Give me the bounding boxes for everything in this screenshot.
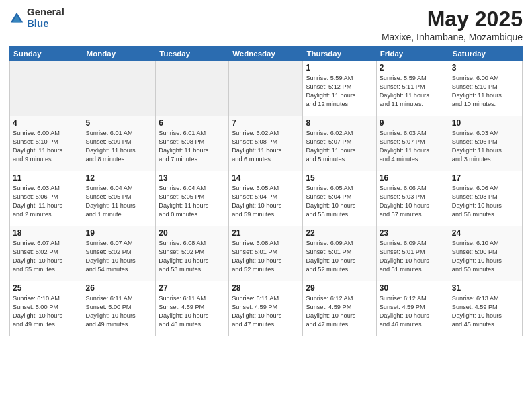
weekday-header-sunday: Sunday [10,47,83,61]
day-info: Sunrise: 6:09 AM Sunset: 5:01 PM Dayligh… [380,239,446,274]
week-row-2: 4Sunrise: 6:00 AM Sunset: 5:10 PM Daylig… [10,116,523,171]
day-cell-6: 6Sunrise: 6:01 AM Sunset: 5:08 PM Daylig… [156,116,229,171]
day-number: 2 [380,63,446,73]
day-number: 27 [159,283,226,293]
day-cell-23: 23Sunrise: 6:09 AM Sunset: 5:01 PM Dayli… [376,226,449,281]
logo-icon [9,11,24,26]
day-info: Sunrise: 6:05 AM Sunset: 5:04 PM Dayligh… [232,184,300,219]
day-number: 28 [232,283,300,293]
day-info: Sunrise: 5:59 AM Sunset: 5:11 PM Dayligh… [380,74,446,109]
weekday-header-monday: Monday [83,47,156,61]
day-cell-21: 21Sunrise: 6:08 AM Sunset: 5:01 PM Dayli… [229,226,303,281]
day-number: 7 [232,118,300,128]
day-number: 29 [306,283,373,293]
day-cell-17: 17Sunrise: 6:06 AM Sunset: 5:03 PM Dayli… [449,171,522,226]
logo-general: General [27,7,64,18]
empty-cell [229,61,303,116]
day-cell-5: 5Sunrise: 6:01 AM Sunset: 5:09 PM Daylig… [83,116,156,171]
day-number: 31 [452,283,519,293]
logo: General Blue [9,7,64,29]
weekday-header-friday: Friday [376,47,449,61]
day-cell-1: 1Sunrise: 5:59 AM Sunset: 5:12 PM Daylig… [303,61,376,116]
day-info: Sunrise: 6:03 AM Sunset: 5:06 PM Dayligh… [13,184,80,219]
day-number: 11 [13,173,80,183]
day-number: 25 [13,283,80,293]
day-cell-8: 8Sunrise: 6:02 AM Sunset: 5:07 PM Daylig… [303,116,376,171]
day-info: Sunrise: 6:08 AM Sunset: 5:02 PM Dayligh… [159,239,226,274]
day-number: 5 [86,118,153,128]
day-number: 19 [86,228,153,238]
day-cell-30: 30Sunrise: 6:12 AM Sunset: 4:59 PM Dayli… [376,281,449,336]
day-number: 15 [306,173,373,183]
day-cell-27: 27Sunrise: 6:11 AM Sunset: 4:59 PM Dayli… [156,281,229,336]
day-info: Sunrise: 6:00 AM Sunset: 5:10 PM Dayligh… [13,129,80,164]
day-info: Sunrise: 6:03 AM Sunset: 5:07 PM Dayligh… [380,129,446,164]
logo-text: General Blue [27,7,64,29]
day-cell-3: 3Sunrise: 6:00 AM Sunset: 5:10 PM Daylig… [449,61,522,116]
day-number: 20 [159,228,226,238]
day-cell-31: 31Sunrise: 6:13 AM Sunset: 4:59 PM Dayli… [449,281,522,336]
day-info: Sunrise: 6:04 AM Sunset: 5:05 PM Dayligh… [86,184,153,219]
day-info: Sunrise: 6:10 AM Sunset: 5:00 PM Dayligh… [13,294,80,329]
calendar-page: General Blue May 2025 Maxixe, Inhambane,… [0,0,532,411]
day-cell-13: 13Sunrise: 6:04 AM Sunset: 5:05 PM Dayli… [156,171,229,226]
day-cell-16: 16Sunrise: 6:06 AM Sunset: 5:03 PM Dayli… [376,171,449,226]
day-cell-4: 4Sunrise: 6:00 AM Sunset: 5:10 PM Daylig… [10,116,83,171]
day-info: Sunrise: 6:05 AM Sunset: 5:04 PM Dayligh… [306,184,373,219]
week-row-1: 1Sunrise: 5:59 AM Sunset: 5:12 PM Daylig… [10,61,523,116]
day-cell-22: 22Sunrise: 6:09 AM Sunset: 5:01 PM Dayli… [303,226,376,281]
calendar-table: SundayMondayTuesdayWednesdayThursdayFrid… [9,46,523,336]
day-info: Sunrise: 6:08 AM Sunset: 5:01 PM Dayligh… [232,239,300,274]
day-cell-29: 29Sunrise: 6:12 AM Sunset: 4:59 PM Dayli… [303,281,376,336]
header: General Blue May 2025 Maxixe, Inhambane,… [9,7,523,42]
week-row-3: 11Sunrise: 6:03 AM Sunset: 5:06 PM Dayli… [10,171,523,226]
title-location: Maxixe, Inhambane, Mozambique [382,32,523,42]
day-number: 24 [452,228,519,238]
day-number: 12 [86,173,153,183]
day-number: 10 [452,118,519,128]
day-number: 21 [232,228,300,238]
weekday-header-saturday: Saturday [449,47,522,61]
day-info: Sunrise: 6:13 AM Sunset: 4:59 PM Dayligh… [452,294,519,329]
day-info: Sunrise: 6:10 AM Sunset: 5:00 PM Dayligh… [452,239,519,274]
day-info: Sunrise: 6:11 AM Sunset: 4:59 PM Dayligh… [159,294,226,329]
day-info: Sunrise: 6:12 AM Sunset: 4:59 PM Dayligh… [306,294,373,329]
day-number: 26 [86,283,153,293]
day-info: Sunrise: 6:12 AM Sunset: 4:59 PM Dayligh… [380,294,446,329]
day-info: Sunrise: 6:11 AM Sunset: 5:00 PM Dayligh… [86,294,153,329]
day-cell-7: 7Sunrise: 6:02 AM Sunset: 5:08 PM Daylig… [229,116,303,171]
day-number: 3 [452,63,519,73]
weekday-header-wednesday: Wednesday [229,47,303,61]
day-info: Sunrise: 6:09 AM Sunset: 5:01 PM Dayligh… [306,239,373,274]
day-info: Sunrise: 6:11 AM Sunset: 4:59 PM Dayligh… [232,294,300,329]
day-cell-18: 18Sunrise: 6:07 AM Sunset: 5:02 PM Dayli… [10,226,83,281]
day-number: 18 [13,228,80,238]
day-number: 22 [306,228,373,238]
day-info: Sunrise: 6:06 AM Sunset: 5:03 PM Dayligh… [380,184,446,219]
day-number: 23 [380,228,446,238]
day-info: Sunrise: 6:07 AM Sunset: 5:02 PM Dayligh… [13,239,80,274]
day-info: Sunrise: 6:02 AM Sunset: 5:08 PM Dayligh… [232,129,300,164]
empty-cell [10,61,83,116]
day-info: Sunrise: 6:01 AM Sunset: 5:08 PM Dayligh… [159,129,226,164]
day-info: Sunrise: 6:06 AM Sunset: 5:03 PM Dayligh… [452,184,519,219]
day-cell-12: 12Sunrise: 6:04 AM Sunset: 5:05 PM Dayli… [83,171,156,226]
day-number: 30 [380,283,446,293]
title-month: May 2025 [382,7,523,32]
weekday-header-tuesday: Tuesday [156,47,229,61]
day-info: Sunrise: 6:01 AM Sunset: 5:09 PM Dayligh… [86,129,153,164]
day-cell-9: 9Sunrise: 6:03 AM Sunset: 5:07 PM Daylig… [376,116,449,171]
day-number: 9 [380,118,446,128]
empty-cell [83,61,156,116]
day-cell-10: 10Sunrise: 6:03 AM Sunset: 5:06 PM Dayli… [449,116,522,171]
empty-cell [156,61,229,116]
day-cell-19: 19Sunrise: 6:07 AM Sunset: 5:02 PM Dayli… [83,226,156,281]
day-cell-14: 14Sunrise: 6:05 AM Sunset: 5:04 PM Dayli… [229,171,303,226]
day-cell-24: 24Sunrise: 6:10 AM Sunset: 5:00 PM Dayli… [449,226,522,281]
day-cell-2: 2Sunrise: 5:59 AM Sunset: 5:11 PM Daylig… [376,61,449,116]
day-number: 16 [380,173,446,183]
day-number: 1 [306,63,373,73]
day-cell-15: 15Sunrise: 6:05 AM Sunset: 5:04 PM Dayli… [303,171,376,226]
day-info: Sunrise: 6:00 AM Sunset: 5:10 PM Dayligh… [452,74,519,109]
day-cell-25: 25Sunrise: 6:10 AM Sunset: 5:00 PM Dayli… [10,281,83,336]
